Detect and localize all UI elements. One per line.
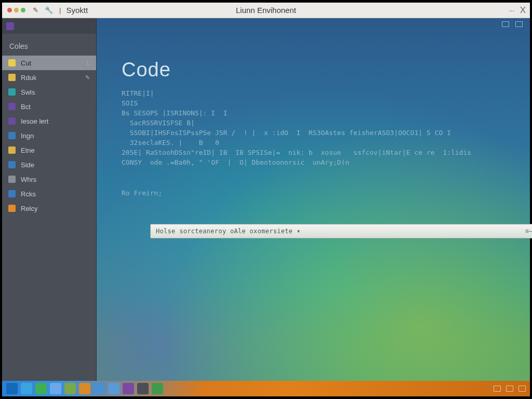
tray-icon-2[interactable]	[506, 385, 513, 392]
maximize-dot-icon[interactable]	[21, 8, 25, 12]
sidebar-item-side[interactable]: Side	[2, 157, 96, 172]
sidebar-item-label: Rcks	[21, 190, 85, 198]
editor[interactable]: Code RITRE|I|SOISBs SESOPS |ISRINONS|: I…	[122, 59, 514, 198]
sidebar-item-rduk[interactable]: Rduk✎	[2, 70, 96, 85]
page-title: Code	[122, 59, 514, 81]
code-line: SOIS	[122, 98, 514, 108]
code-line: CONSY ode .=Ba0h, " 'OF | O| Dbeotoonors…	[122, 157, 514, 167]
sidebar-section-title: Coles	[2, 34, 96, 56]
taskbar-start-icon[interactable]	[6, 383, 18, 394]
sidebar-item-ingn[interactable]: Ingn	[2, 128, 96, 143]
sidebar-item-icon	[8, 147, 16, 154]
taskbar	[2, 381, 530, 396]
list-icon[interactable]: ≡—	[525, 228, 532, 235]
sidebar-item-label: Etne	[21, 147, 85, 154]
taskbar-term-icon[interactable]	[137, 383, 149, 394]
titlebar: ✎ 🔧 | Syoktt Liunn Envihonent ··· X	[2, 3, 530, 18]
command-bar-text: Holse sorcteaneroy oAle oxomersiete ▾	[156, 228, 525, 235]
divider-icon: |	[59, 6, 61, 14]
taskbar-panel2-icon[interactable]	[108, 383, 119, 394]
sidebar-item-etne[interactable]: Etne	[2, 143, 96, 157]
sidebar-item-tag: ✎	[85, 74, 90, 81]
editor-area: Code RITRE|I|SOISBs SESOPS |ISRINONS|: I…	[97, 18, 530, 381]
sidebar-item-relcy[interactable]: Relcy	[2, 201, 96, 216]
command-bar[interactable]: Holse sorcteaneroy oAle oxomersiete ▾ ≡—…	[150, 224, 532, 238]
app-window: ✎ 🔧 | Syoktt Liunn Envihonent ··· X Cole…	[2, 3, 530, 396]
sidebar-item-icon	[8, 88, 16, 96]
system-tray	[494, 385, 526, 392]
tray-icon-3[interactable]	[518, 385, 526, 392]
sidebar-item-icon	[8, 132, 16, 139]
sidebar-item-label: Relcy	[21, 205, 85, 212]
sidebar-item-icon	[8, 59, 16, 66]
editor-topright	[502, 21, 523, 27]
app-name: Syoktt	[66, 6, 88, 15]
sidebar: Coles CutLRduk✎SwlsBctIesoe lertIngnEtne…	[2, 18, 97, 381]
sidebar-item-icon	[8, 205, 16, 212]
command-bar-controls: ≡— • ‹	[525, 228, 532, 235]
minimize-dot-icon[interactable]	[14, 8, 19, 12]
sidebar-item-icon	[8, 190, 16, 197]
taskbar-browser-icon[interactable]	[21, 383, 32, 394]
split-icon[interactable]	[515, 21, 523, 27]
sidebar-item-label: Rduk	[21, 74, 80, 82]
sidebar-item-swls[interactable]: Swls	[2, 85, 96, 99]
taskbar-green-icon[interactable]	[152, 383, 163, 394]
sidebar-item-label: Swls	[21, 88, 85, 96]
taskbar-purple-icon[interactable]	[123, 383, 134, 394]
sidebar-item-rcks[interactable]: Rcks	[2, 187, 96, 201]
code-line: SacRSSRVISFSE B|	[122, 118, 514, 128]
titlebar-tools: ✎ 🔧 |	[33, 6, 61, 14]
sidebar-item-label: Bct	[21, 103, 85, 111]
layout-icon[interactable]	[502, 21, 509, 27]
taskbar-sheets-icon[interactable]	[64, 383, 76, 394]
close-icon[interactable]: X	[520, 5, 526, 16]
tray-icon-1[interactable]	[494, 385, 501, 392]
taskbar-cloud-icon[interactable]	[50, 383, 61, 394]
sidebar-item-bct[interactable]: Bct	[2, 99, 96, 114]
code-line: Bs SESOPS |ISRINONS|: I I	[122, 108, 514, 118]
sidebar-item-icon	[8, 74, 16, 81]
sidebar-item-icon	[8, 117, 16, 125]
sidebar-item-cut[interactable]: CutL	[2, 56, 96, 70]
taskbar-files-icon[interactable]	[79, 383, 90, 394]
sidebar-item-icon	[8, 176, 16, 183]
taskbar-leaf-icon[interactable]	[35, 383, 47, 394]
sidebar-topstrip	[2, 18, 96, 34]
code-line-after: Ro Freirn;	[122, 188, 514, 198]
sidebar-badge-icon	[6, 22, 14, 30]
code-line: SSOBI|IHSFosISPssPSe JSR / ! | x :idO I …	[122, 128, 514, 138]
pencil-icon[interactable]: ✎	[33, 6, 38, 14]
taskbar-panel1-icon[interactable]	[94, 383, 105, 394]
close-dot-icon[interactable]	[7, 8, 12, 12]
wrench-icon[interactable]: 🔧	[45, 6, 53, 14]
sidebar-item-icon	[8, 103, 16, 110]
sidebar-item-icon	[8, 161, 16, 168]
code-line: 205E| RaStoohDSsn"reID| IB IB SPSISe|= n…	[122, 148, 514, 157]
sidebar-item-label: Ingn	[21, 132, 85, 140]
window-controls	[2, 8, 25, 12]
sidebar-item-tag: L	[87, 60, 90, 66]
sidebar-item-whrs[interactable]: Whrs	[2, 172, 96, 187]
sidebar-item-label: Cut	[21, 59, 82, 67]
workspace: Coles CutLRduk✎SwlsBctIesoe lertIngnEtne…	[2, 18, 530, 381]
code-line: RITRE|I|	[122, 88, 514, 98]
sidebar-item-label: Iesoe lert	[21, 117, 85, 125]
sidebar-item-iesoe lert[interactable]: Iesoe lert	[2, 114, 96, 128]
code-line: 32seclaKES. | B 0	[122, 138, 514, 148]
menu-ellipsis[interactable]: ···	[509, 6, 515, 15]
sidebar-item-label: Whrs	[21, 176, 85, 183]
sidebar-item-label: Side	[21, 161, 85, 169]
